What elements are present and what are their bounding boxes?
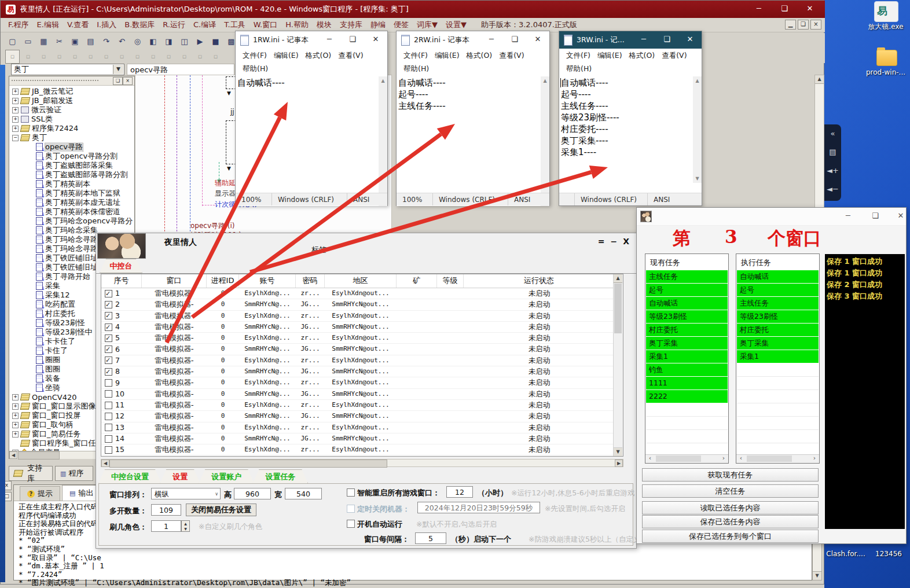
- mdi-control-button[interactable]: ▁: [785, 20, 796, 30]
- scroll-down-icon[interactable]: ▼: [614, 447, 622, 456]
- tab-console[interactable]: 中控台: [100, 259, 142, 273]
- tree-item-label[interactable]: 窗口程序集_窗口任务: [32, 439, 104, 448]
- redo-icon[interactable]: ↷: [99, 35, 113, 49]
- assembly-combobox[interactable]: 奥丁 ▼: [11, 64, 124, 75]
- row-checkbox[interactable]: [105, 368, 112, 376]
- row-checkbox[interactable]: [105, 301, 112, 308]
- align-icon[interactable]: ▫: [36, 50, 51, 64]
- roles-input[interactable]: 1: [151, 520, 181, 532]
- expand-toggle-icon[interactable]: [12, 422, 19, 428]
- menu-item[interactable]: 词库▼: [417, 20, 438, 30]
- notepad-title-bar[interactable]: 3RW.ini - 记... ─ ❏ ✕: [559, 31, 702, 49]
- task-item[interactable]: 主线任务: [646, 270, 728, 284]
- tree-item[interactable]: JB_微云笔记: [10, 87, 134, 96]
- run-icon[interactable]: ▶: [193, 35, 207, 49]
- read-selected-button[interactable]: 读取已选任务内容: [642, 501, 819, 514]
- col-mine[interactable]: 矿: [397, 274, 437, 288]
- tree-item[interactable]: 奥丁精英副本虚无遗址: [10, 198, 134, 207]
- paste-icon[interactable]: ▤: [83, 35, 98, 49]
- interval-input[interactable]: 5: [415, 532, 446, 544]
- undo-icon[interactable]: ↶: [115, 35, 129, 49]
- menu-item[interactable]: 格式(O): [302, 49, 335, 63]
- minimize-button[interactable]: ─: [836, 208, 860, 225]
- float-panel-icon[interactable]: ❏: [113, 77, 123, 85]
- tree-item-label[interactable]: 奥丁玛哈念采集: [45, 226, 98, 235]
- scroll-up-icon[interactable]: ▲: [541, 76, 549, 85]
- task-item[interactable]: 2222: [646, 390, 728, 403]
- align-icon[interactable]: ▫: [99, 50, 113, 64]
- autorun-checkbox[interactable]: [347, 520, 355, 528]
- smart-restart-checkbox[interactable]: [347, 488, 355, 497]
- settings-tab[interactable]: 设置账户: [199, 469, 254, 484]
- scroll-up-icon[interactable]: ▲: [815, 75, 824, 84]
- row-checkbox[interactable]: [105, 312, 112, 319]
- menu-item[interactable]: 帮助(H): [239, 63, 271, 76]
- close-button[interactable]: ✕: [526, 31, 549, 49]
- close-button[interactable]: ✕: [797, 1, 823, 18]
- col-pid[interactable]: 进程ID: [207, 274, 239, 288]
- get-tasks-button[interactable]: 获取现有任务: [642, 468, 819, 482]
- scroll-up-icon[interactable]: ▲: [614, 274, 622, 283]
- subroutine-name-field[interactable]: opecv寻路: [127, 64, 234, 75]
- expand-toggle-icon[interactable]: [12, 126, 19, 132]
- scroll-right-icon[interactable]: ›: [810, 455, 819, 462]
- scrollbar-thumb[interactable]: [614, 284, 622, 333]
- tree-item[interactable]: 程序集72424: [10, 124, 134, 133]
- row-checkbox[interactable]: [105, 390, 112, 398]
- table-row[interactable]: 14 雷电模拟器- 0 SmmRHYcN@... JG... SmmRHYcN@…: [101, 433, 623, 444]
- layout-grid-icon[interactable]: ◫: [177, 35, 192, 49]
- menu-item[interactable]: 文件(F): [239, 49, 270, 63]
- row-checkbox[interactable]: [105, 357, 112, 364]
- col-account[interactable]: 账号: [239, 274, 296, 288]
- tree-item-label[interactable]: 装备: [45, 374, 60, 383]
- menu-item[interactable]: H.帮助: [285, 20, 309, 30]
- align-icon[interactable]: ▫: [177, 50, 192, 64]
- task-item[interactable]: 起号: [646, 284, 728, 297]
- stop-icon[interactable]: ■: [208, 35, 223, 49]
- clear-tasks-button[interactable]: 清空任务: [642, 484, 819, 498]
- copy-icon[interactable]: ▣: [68, 35, 82, 49]
- expand-toggle-icon[interactable]: [12, 135, 19, 141]
- menu-item[interactable]: E.编辑: [37, 20, 59, 30]
- task-item[interactable]: 等级23刷怪: [737, 310, 819, 324]
- menu-item[interactable]: C.编译: [193, 20, 216, 30]
- tree-item-label[interactable]: 奥丁盗贼图部落采集: [45, 161, 113, 170]
- align-icon[interactable]: ▫: [162, 50, 176, 64]
- task-item[interactable]: 奥丁采集: [737, 337, 819, 350]
- scroll-left-icon[interactable]: ◀: [101, 460, 109, 467]
- notepad-text-area[interactable]: 自动喊话----起号----主线任务---- ▲ ▼: [397, 76, 549, 206]
- menu-item[interactable]: 查看(V): [658, 49, 690, 63]
- ide-title-bar[interactable]: 易 夜里情人 [正在运行] - C:\Users\Administrator\D…: [1, 1, 825, 18]
- task-item[interactable]: 采集1: [737, 350, 819, 363]
- task-item[interactable]: 主线任务: [737, 297, 819, 310]
- save-to-all-windows-button[interactable]: 保存已选任务到每个窗口: [642, 530, 819, 543]
- tree-item-label[interactable]: 程序集72424: [32, 124, 78, 133]
- row-checkbox[interactable]: [105, 346, 112, 353]
- save-selected-button[interactable]: 保存已选任务内容: [642, 515, 819, 528]
- table-row[interactable]: 4 雷电模拟器- 0 SmmRHYcN@... JG... SmmRHYcN@o…: [101, 322, 623, 333]
- tree-item-label[interactable]: 等级23刷怪: [45, 318, 85, 328]
- minimize-button[interactable]: ─: [480, 31, 503, 49]
- layout-left-icon[interactable]: ◧: [146, 35, 160, 49]
- tree-item-label[interactable]: 奥丁精英副本地下监狱: [45, 189, 120, 198]
- scroll-down-icon[interactable]: ▼: [813, 571, 821, 580]
- minimize-button[interactable]: −: [610, 237, 617, 246]
- task-item[interactable]: 钓鱼: [646, 363, 728, 377]
- drag-grip[interactable]: [12, 80, 98, 81]
- tree-item-label[interactable]: 窗口_窗口显示图像: [32, 402, 96, 411]
- scroll-down-icon[interactable]: ▼: [693, 174, 702, 183]
- col-region[interactable]: 地区: [325, 274, 397, 288]
- menu-item[interactable]: 帮助(H): [563, 63, 595, 76]
- col-password[interactable]: 密码: [296, 274, 325, 288]
- tree-item-label[interactable]: 奥丁精英副本侏儒密道: [45, 207, 120, 216]
- tree-item[interactable]: 微云验证: [10, 105, 134, 115]
- program-button[interactable]: ▥ 程序: [55, 466, 93, 481]
- scroll-up-icon[interactable]: ▲: [693, 76, 702, 85]
- number-icon-label[interactable]: 123456: [870, 550, 907, 558]
- table-row[interactable]: 13 雷电模拟器- 0 EsylhXdn@... zr... EsylhXdn@…: [101, 422, 623, 433]
- multi-open-input[interactable]: 109: [151, 504, 181, 516]
- table-row[interactable]: 5 雷电模拟器- 0 EsylhXdn@... zr... EsylhXdn@o…: [101, 333, 623, 344]
- tree-item[interactable]: 奥丁精英副本地下监狱: [10, 189, 134, 198]
- close-simple-task-button[interactable]: 关闭简易任务设置: [186, 504, 256, 516]
- row-checkbox[interactable]: [105, 413, 112, 420]
